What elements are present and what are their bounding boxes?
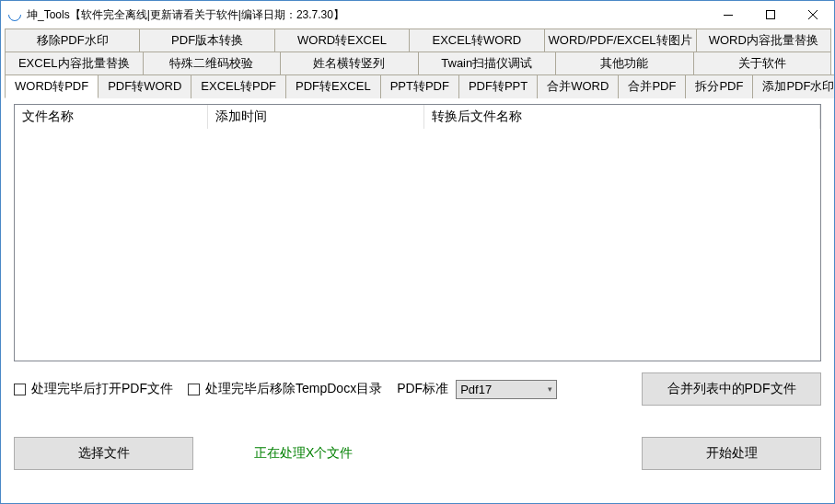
tab-to-image[interactable]: WORD/PDF/EXCEL转图片 — [544, 29, 697, 52]
tab-excel-to-pdf[interactable]: EXCEL转PDF — [191, 74, 286, 98]
svg-rect-1 — [767, 11, 775, 19]
chevron-down-icon: ▾ — [548, 384, 552, 394]
minimize-button[interactable] — [707, 1, 749, 29]
content-panel: 文件名称 添加时间 转换后文件名称 处理完毕后打开PDF文件 处理完毕后移除Te… — [5, 97, 830, 470]
bottom-row: 选择文件 正在处理X个文件 开始处理 — [14, 437, 821, 470]
tab-row-2: EXCEL内容批量替换 特殊二维码校验 姓名横转竖列 Twain扫描仪调试 其他… — [1, 52, 834, 74]
col-addtime[interactable]: 添加时间 — [208, 105, 424, 129]
merge-list-button[interactable]: 合并列表中的PDF文件 — [642, 372, 821, 406]
tab-word-replace[interactable]: WORD内容批量替换 — [696, 29, 831, 52]
label-open-after: 处理完毕后打开PDF文件 — [31, 381, 173, 397]
window-title: 坤_Tools【软件完全离线|更新请看关于软件|编译日期：23.7.30】 — [27, 7, 707, 23]
tab-excel-to-word[interactable]: EXCEL转WORD — [409, 29, 544, 52]
listview-header: 文件名称 添加时间 转换后文件名称 — [15, 105, 820, 129]
file-listview[interactable]: 文件名称 添加时间 转换后文件名称 — [14, 104, 821, 361]
app-icon — [6, 6, 24, 24]
start-button[interactable]: 开始处理 — [642, 437, 821, 470]
title-bar: 坤_Tools【软件完全离线|更新请看关于软件|编译日期：23.7.30】 — [1, 1, 834, 29]
tab-pdf-to-excel[interactable]: PDF转EXCEL — [285, 74, 381, 98]
tab-word-to-excel[interactable]: WORD转EXCEL — [274, 29, 410, 52]
tab-add-watermark[interactable]: 添加PDF水印 — [752, 74, 835, 98]
tab-excel-replace[interactable]: EXCEL内容批量替换 — [5, 52, 144, 74]
tab-pdf-version[interactable]: PDF版本转换 — [139, 29, 274, 52]
tab-qr-check[interactable]: 特殊二维码校验 — [143, 52, 282, 74]
tab-remove-watermark[interactable]: 移除PDF水印 — [5, 29, 140, 52]
svg-rect-0 — [724, 15, 733, 16]
maximize-button[interactable] — [749, 1, 792, 29]
label-pdf-standard: PDF标准 — [397, 381, 448, 397]
tab-row-1: 移除PDF水印 PDF版本转换 WORD转EXCEL EXCEL转WORD WO… — [1, 29, 834, 52]
tab-other[interactable]: 其他功能 — [555, 52, 694, 74]
select-value: Pdf17 — [460, 383, 492, 396]
status-text: 正在处理X个文件 — [254, 445, 625, 462]
tab-name-rotate[interactable]: 姓名横转竖列 — [280, 52, 419, 74]
tab-ppt-to-pdf[interactable]: PPT转PDF — [380, 74, 459, 98]
tab-split-pdf[interactable]: 拆分PDF — [685, 74, 753, 98]
tab-pdf-to-ppt[interactable]: PDF转PPT — [458, 74, 538, 98]
tab-twain-debug[interactable]: Twain扫描仪调试 — [418, 52, 557, 74]
options-row: 处理完毕后打开PDF文件 处理完毕后移除TempDocx目录 PDF标准 Pdf… — [14, 372, 821, 406]
tab-word-to-pdf[interactable]: WORD转PDF — [5, 74, 99, 98]
close-button[interactable] — [792, 1, 834, 29]
select-pdf-standard[interactable]: Pdf17 ▾ — [456, 380, 557, 399]
tab-about[interactable]: 关于软件 — [693, 52, 832, 74]
col-outname[interactable]: 转换后文件名称 — [424, 105, 820, 129]
tab-pdf-to-word[interactable]: PDF转WORD — [98, 74, 191, 98]
tab-row-3: WORD转PDF PDF转WORD EXCEL转PDF PDF转EXCEL PP… — [1, 74, 834, 98]
tab-merge-word[interactable]: 合并WORD — [537, 74, 619, 98]
checkbox-open-after[interactable] — [14, 384, 26, 395]
col-filename[interactable]: 文件名称 — [15, 105, 208, 129]
checkbox-remove-temp[interactable] — [188, 384, 200, 395]
label-remove-temp: 处理完毕后移除TempDocx目录 — [205, 381, 382, 397]
select-file-button[interactable]: 选择文件 — [14, 437, 193, 470]
tab-merge-pdf[interactable]: 合并PDF — [618, 74, 686, 98]
